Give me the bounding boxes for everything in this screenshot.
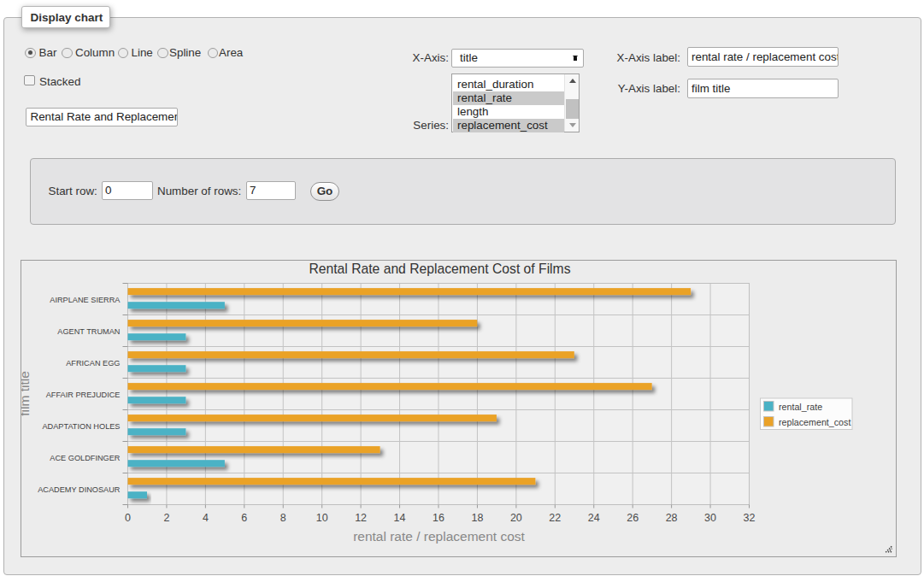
svg-text:10: 10 (316, 512, 328, 524)
svg-text:0: 0 (125, 512, 131, 524)
svg-text:16: 16 (433, 512, 444, 524)
svg-text:Rental Rate and Replacement Co: Rental Rate and Replacement Cost of Film… (309, 262, 570, 276)
svg-text:rental_rate: rental_rate (779, 402, 822, 412)
svg-text:ACE GOLDFINGER: ACE GOLDFINGER (50, 454, 121, 462)
svg-text:32: 32 (744, 512, 756, 524)
svg-text:AIRPLANE SIERRA: AIRPLANE SIERRA (50, 296, 121, 304)
svg-text:24: 24 (588, 512, 600, 524)
svg-text:6: 6 (241, 512, 247, 524)
svg-text:2: 2 (163, 512, 169, 524)
svg-text:18: 18 (471, 512, 483, 524)
svg-text:30: 30 (704, 512, 716, 524)
svg-text:replacement_cost: replacement_cost (779, 417, 850, 427)
svg-text:AGENT TRUMAN: AGENT TRUMAN (57, 327, 120, 336)
svg-text:rental rate / replacement cost: rental rate / replacement cost (353, 529, 525, 544)
svg-text:20: 20 (510, 512, 522, 524)
svg-text:4: 4 (203, 512, 209, 524)
svg-text:14: 14 (394, 512, 406, 524)
svg-text:22: 22 (549, 512, 561, 524)
svg-text:28: 28 (666, 512, 678, 524)
svg-text:12: 12 (355, 512, 367, 524)
svg-text:AFRICAN EGG: AFRICAN EGG (66, 359, 120, 367)
svg-text:8: 8 (280, 512, 286, 524)
svg-text:AFFAIR PREJUDICE: AFFAIR PREJUDICE (46, 391, 121, 399)
svg-text:ADAPTATION HOLES: ADAPTATION HOLES (42, 422, 120, 431)
svg-text:film title: film title (21, 371, 32, 416)
svg-text:ACADEMY DINOSAUR: ACADEMY DINOSAUR (38, 485, 121, 494)
svg-text:26: 26 (627, 512, 639, 524)
